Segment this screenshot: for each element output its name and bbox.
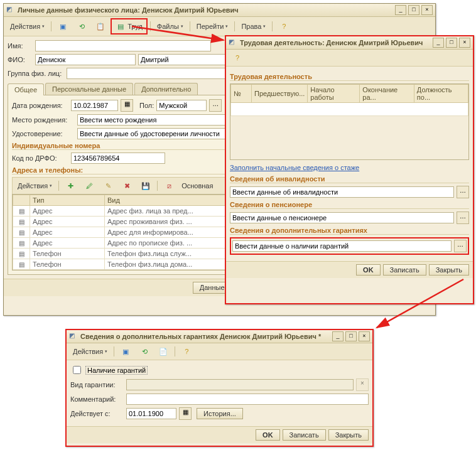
sex-label: Пол: (139, 102, 154, 109)
tab-general[interactable]: Общее (8, 83, 44, 95)
actions3[interactable]: Действия▾ (69, 346, 111, 357)
help-button[interactable]: ? (275, 19, 293, 33)
col-type[interactable]: Тип (30, 195, 105, 206)
bdate-label: Дата рождения: (12, 102, 68, 109)
drfo-input[interactable] (71, 153, 165, 164)
close2[interactable]: × (459, 38, 470, 48)
since-cal-icon[interactable]: ▦ (179, 407, 192, 420)
toolbar2: ? (226, 50, 473, 67)
minimize-button[interactable]: _ (395, 5, 406, 15)
delete-icon[interactable]: ✖ (118, 179, 136, 193)
since-input[interactable] (126, 408, 176, 419)
osnov-label: Основная (181, 182, 213, 190)
sex-input[interactable] (156, 100, 207, 111)
has-guarantee-label: Наличие гарантий (85, 366, 148, 375)
sec-gar: Сведения о дополнительных гарантиях (230, 227, 469, 235)
save3[interactable]: Записать (283, 429, 326, 441)
firstname-input[interactable] (138, 54, 239, 65)
toolbar-btn-1[interactable]: ▣ (54, 19, 72, 33)
help2[interactable]: ? (229, 51, 246, 65)
files-menu[interactable]: Файлы▾ (153, 21, 187, 32)
close2b[interactable]: Закрыть (429, 264, 469, 276)
tab-additional[interactable]: Дополнительно (134, 83, 198, 95)
cell-type: Телефон (30, 249, 105, 259)
row-icon: ▤ (13, 238, 30, 249)
goto-menu[interactable]: Перейти▾ (193, 21, 232, 32)
edit2-icon[interactable]: ✎ (99, 179, 117, 193)
gar-input[interactable] (232, 240, 452, 252)
person-icon: ◩ (6, 6, 15, 14)
row-icon: ▤ (13, 249, 30, 259)
name-input[interactable] (35, 40, 211, 51)
col-end[interactable]: Окончание ра... (360, 85, 414, 103)
save-icon[interactable]: 💾 (137, 179, 154, 193)
ident-label: Удостоверение: (12, 130, 75, 137)
titlebar3: ◩ Сведения о дополнительных гарантиях Де… (67, 330, 372, 343)
filter-icon[interactable]: ⧄ (160, 179, 178, 193)
col-n[interactable]: № (231, 85, 252, 103)
tb3-3[interactable]: 📄 (154, 345, 172, 358)
actions-menu[interactable]: Действия▾ (6, 21, 48, 32)
vid-input (126, 379, 354, 390)
calendar-icon[interactable]: ▦ (121, 99, 133, 112)
toolbar3: Действия▾ ▣ ⟲ 📄 ? (67, 343, 372, 360)
tb3-1[interactable]: ▣ (117, 345, 134, 358)
trud-grid[interactable]: № Предшествую... Начало работы Окончание… (230, 83, 469, 160)
vid-label: Вид гарантии: (70, 381, 124, 388)
surname-input[interactable] (35, 54, 136, 65)
titlebar: ◩ Личные данные физического лица: Денисю… (4, 4, 435, 17)
max3[interactable]: □ (345, 331, 357, 341)
window-trud: ◩ Трудовая деятельность: Денисюк Дмитрий… (225, 35, 474, 304)
close3b[interactable]: Закрыть (328, 429, 369, 441)
close-button[interactable]: × (421, 5, 433, 15)
bottom2: OK Записать Закрыть (226, 261, 473, 278)
trud-button[interactable]: ▤Труд (112, 19, 146, 33)
gar-dots[interactable]: … (454, 240, 467, 252)
save2[interactable]: Записать (383, 264, 426, 276)
pens-input[interactable] (230, 212, 454, 223)
col-prev[interactable]: Предшествую... (252, 85, 308, 103)
gar-row-highlight: … (230, 237, 469, 255)
row-icon: ▤ (13, 217, 30, 227)
inv-dots[interactable]: … (457, 186, 469, 198)
ok2[interactable]: OK (356, 264, 381, 276)
addr-actions[interactable]: Действия▾ (14, 180, 56, 191)
vid-clear: × (356, 378, 369, 391)
toolbar: Действия▾ ▣ ⟲ 📋 ▤Труд Файлы▾ Перейти▾ Пр… (4, 17, 435, 36)
min2[interactable]: _ (433, 38, 444, 48)
fill-stage-link[interactable]: Заполнить начальные сведения о стаже (230, 164, 359, 171)
history-button[interactable]: История... (197, 408, 243, 419)
maximize-button[interactable]: □ (408, 5, 419, 15)
edit-icon[interactable]: 🖉 (80, 179, 98, 193)
bplace-label: Место рождения: (12, 116, 75, 124)
trud-button-highlight: ▤Труд (111, 18, 148, 35)
cell-type: Телефон (30, 259, 105, 270)
has-guarantee-checkbox[interactable] (73, 366, 81, 374)
rights-menu[interactable]: Права▾ (237, 21, 269, 32)
window2-title: Трудовая деятельность: Денисюк Дмитрий Ю… (240, 39, 433, 46)
row-icon: ▤ (13, 206, 30, 217)
name-label: Имя: (8, 42, 33, 50)
tb3-2[interactable]: ⟲ (136, 345, 153, 358)
toolbar-btn-3[interactable]: 📋 (92, 19, 109, 33)
col-start[interactable]: Начало работы (308, 85, 360, 103)
ok3[interactable]: OK (256, 429, 280, 441)
close3[interactable]: × (359, 331, 370, 341)
help3[interactable]: ? (178, 345, 195, 358)
toolbar-btn-2[interactable]: ⟲ (73, 19, 90, 33)
inv-input[interactable] (230, 186, 454, 198)
max2[interactable]: □ (446, 38, 457, 48)
bdate-input[interactable] (71, 100, 118, 111)
add-icon[interactable]: ✚ (62, 179, 79, 193)
body2: Трудовая деятельность № Предшествую... Н… (226, 67, 473, 261)
doc3-icon: ◩ (69, 332, 78, 341)
col-pos[interactable]: Должность по... (414, 85, 468, 103)
pens-dots[interactable]: … (457, 212, 469, 224)
fio-label: ФИО: (8, 56, 33, 63)
tab-personal[interactable]: Персональные данные (45, 83, 133, 95)
comment-input[interactable] (126, 394, 369, 405)
sex-dots-button[interactable]: … (209, 99, 222, 112)
min3[interactable]: _ (332, 331, 343, 341)
bottom3: OK Записать Закрыть (67, 426, 372, 443)
drfo-label: Код по ДРФО: (12, 154, 68, 162)
